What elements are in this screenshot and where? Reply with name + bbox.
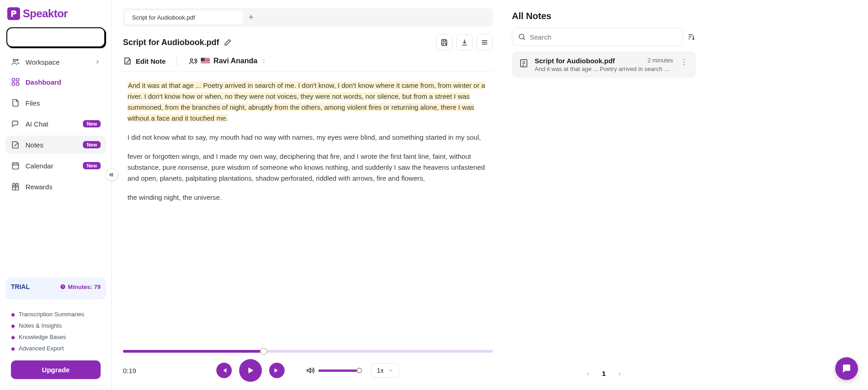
- editor-toolbar: Edit Note Ravi Ananda: [123, 52, 493, 72]
- notes-search[interactable]: [512, 28, 683, 46]
- brand-logo[interactable]: Speaktor: [5, 5, 106, 25]
- nav-rewards[interactable]: Rewards: [5, 177, 106, 196]
- svg-point-10: [190, 59, 193, 61]
- download-button[interactable]: [456, 34, 473, 51]
- tab[interactable]: Script for Audiobook.pdf: [125, 10, 243, 25]
- nav-label: Notes: [26, 141, 77, 149]
- pagination: ‹ 1 ›: [512, 365, 696, 382]
- nav-calendar[interactable]: Calendar New: [5, 157, 106, 175]
- doc-header: Script for Audiobook.pdf: [123, 34, 493, 51]
- paragraph: fever or forgotten wings, and I made my …: [128, 151, 488, 184]
- svg-point-1: [13, 59, 15, 61]
- notes-search-input[interactable]: [530, 33, 677, 41]
- add-tab-button[interactable]: +: [243, 10, 259, 25]
- upgrade-button[interactable]: Upgrade: [11, 360, 101, 379]
- note-menu-button[interactable]: ⋮: [679, 57, 689, 67]
- save-icon: [440, 38, 449, 46]
- skip-back-icon: [220, 367, 228, 374]
- nav-list: Dashboard Files AI Chat New Notes New Ca…: [5, 73, 106, 196]
- flag-us-icon: [201, 58, 210, 64]
- sort-button[interactable]: [687, 28, 696, 46]
- collapse-sidebar-button[interactable]: [105, 168, 118, 181]
- note-name: Script for Audiobook.pdf: [535, 57, 615, 65]
- users-icon: [11, 57, 20, 66]
- nav-files[interactable]: Files: [5, 94, 106, 112]
- download-icon: [460, 38, 469, 46]
- workspace-label: Workspace: [26, 58, 60, 66]
- nav-dashboard[interactable]: Dashboard: [5, 73, 106, 91]
- nav-notes[interactable]: Notes New: [5, 136, 106, 154]
- feature-item: ◆Transcription Summaries: [11, 309, 101, 320]
- feature-item: ◆Notes & Insights: [11, 320, 101, 331]
- edit-title-icon[interactable]: [224, 38, 232, 46]
- chevron-down-icon: [388, 368, 393, 373]
- chat-icon: [11, 119, 20, 128]
- svg-rect-7: [12, 163, 18, 169]
- note-file-icon: [518, 58, 529, 69]
- feature-item: ◆Knowledge Bases: [11, 331, 101, 343]
- edit-note-button[interactable]: Edit Note: [123, 56, 166, 66]
- volume-slider[interactable]: [318, 370, 359, 372]
- divider: [177, 56, 177, 66]
- svg-point-11: [519, 34, 524, 39]
- doc-title: Script for Audiobook.pdf: [123, 38, 219, 47]
- next-button[interactable]: [269, 363, 285, 378]
- search-icon: [518, 33, 526, 41]
- trial-label: TRIAL: [11, 283, 30, 290]
- page-next[interactable]: ›: [618, 370, 621, 377]
- note-content[interactable]: And it was at that age ... Poetry arrive…: [123, 78, 493, 344]
- progress-slider[interactable]: [123, 350, 493, 353]
- editor-area: Script for Audiobook.pdf + Script for Au…: [112, 0, 504, 390]
- nav-label: Rewards: [26, 183, 101, 191]
- volume-icon[interactable]: [306, 366, 315, 375]
- playing-segment: And it was at that age ... Poetry arrive…: [128, 81, 485, 122]
- clock-icon: [60, 284, 66, 290]
- voice-name: Ravi Ananda: [214, 57, 257, 65]
- notes-panel-title: All Notes: [512, 11, 696, 21]
- svg-rect-5: [12, 83, 15, 86]
- previous-button[interactable]: [216, 363, 232, 378]
- volume-control: [306, 366, 359, 375]
- nav-label: Files: [26, 99, 101, 107]
- page-prev[interactable]: ‹: [587, 370, 589, 377]
- voice-selector[interactable]: Ravi Ananda: [188, 56, 266, 66]
- nav-label: Calendar: [26, 162, 77, 170]
- diamond-icon: ◆: [11, 311, 15, 318]
- trial-features: ◆Transcription Summaries ◆Notes & Insigh…: [5, 302, 106, 385]
- sort-icon: [687, 33, 695, 41]
- volume-thumb[interactable]: [357, 368, 362, 373]
- note-preview: And it was at that age ... Poetry arrive…: [535, 66, 673, 72]
- new-badge: New: [83, 120, 101, 127]
- file-icon: [11, 98, 20, 107]
- speed-selector[interactable]: 1x: [371, 363, 400, 378]
- note-card[interactable]: Script for Audiobook.pdf 2 minutes And i…: [512, 51, 696, 78]
- chat-support-button[interactable]: [835, 357, 858, 380]
- workspace-selector[interactable]: Workspace: [5, 53, 106, 71]
- svg-point-2: [17, 59, 18, 61]
- chevron-updown-icon: [261, 58, 266, 64]
- paragraph: the winding night, the universe.: [128, 192, 488, 203]
- paragraph: I did not know what to say, my mouth had…: [128, 132, 488, 143]
- elapsed-time: 0:19: [123, 367, 136, 375]
- diamond-icon: ◆: [11, 323, 15, 329]
- svg-rect-6: [16, 83, 19, 86]
- nav-label: AI Chat: [26, 120, 77, 128]
- notes-icon: [11, 140, 20, 149]
- brand-text: Speaktor: [23, 7, 68, 20]
- nav-label: Dashboard: [26, 78, 101, 86]
- play-button[interactable]: [239, 359, 262, 382]
- notes-panel: All Notes Script for Audiobook.pdf 2 min…: [504, 0, 704, 390]
- trial-minutes: Minutes: 79: [60, 284, 101, 290]
- new-badge: New: [83, 141, 101, 148]
- chat-bubble-icon: [841, 363, 852, 374]
- diamond-icon: ◆: [11, 334, 15, 340]
- progress-thumb[interactable]: [260, 348, 267, 355]
- save-button[interactable]: [436, 34, 453, 51]
- nav-ai-chat[interactable]: AI Chat New: [5, 115, 106, 133]
- tab-bar: Script for Audiobook.pdf +: [123, 8, 493, 27]
- new-badge: New: [83, 162, 101, 169]
- sidebar-search[interactable]: [6, 27, 105, 47]
- more-menu-button[interactable]: [476, 34, 493, 51]
- page-current: 1: [602, 370, 606, 377]
- note-time: 2 minutes: [648, 57, 673, 65]
